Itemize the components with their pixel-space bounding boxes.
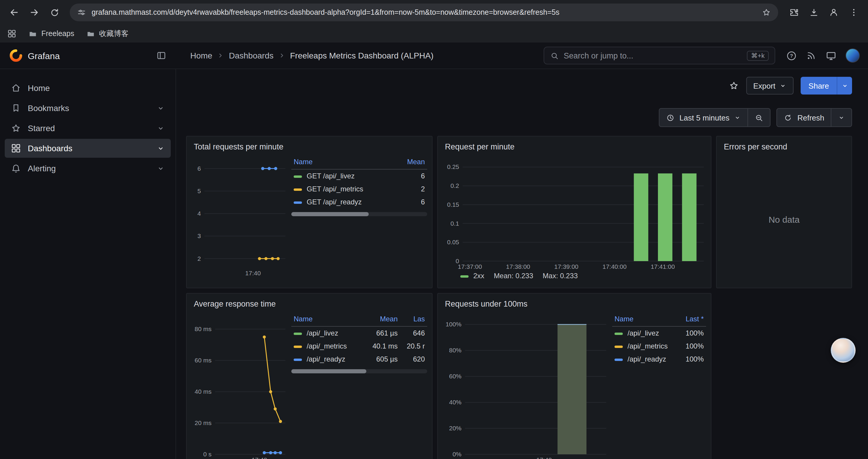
legend-row[interactable]: /api/_livez 661 µs 646 <box>291 326 427 340</box>
legend: Name Mean Las /api/_livez 661 µs <box>288 313 427 459</box>
dashboard-actions: Export Share <box>176 74 868 97</box>
legend-header-mean[interactable]: Mean <box>399 156 427 169</box>
monitor-icon[interactable] <box>826 50 837 61</box>
panel-average-response-time: Average response time 80 ms60 ms40 ms20 … <box>186 293 433 459</box>
breadcrumb-home[interactable]: Home <box>190 51 212 60</box>
chevron-down-icon[interactable] <box>157 164 165 172</box>
legend-header-last[interactable]: Las <box>400 313 427 326</box>
back-button[interactable] <box>5 3 24 22</box>
bookmark-folder-freeleaps[interactable]: Freeleaps <box>28 29 74 38</box>
user-avatar[interactable] <box>845 48 860 63</box>
sidebar-item-bookmarks[interactable]: Bookmarks <box>5 99 171 118</box>
news-rss-icon[interactable] <box>806 50 816 61</box>
series-swatch <box>294 359 302 361</box>
series-name[interactable]: /api/_readyz <box>627 355 666 363</box>
downloads-button[interactable] <box>804 3 823 22</box>
help-icon[interactable]: ? <box>786 50 797 61</box>
scrollbar-thumb[interactable] <box>291 369 366 373</box>
browser-menu-button[interactable] <box>844 3 863 22</box>
apps-grid-icon[interactable] <box>7 29 17 38</box>
bookmark-folder-blogs[interactable]: 收藏博客 <box>86 29 128 39</box>
legend-scrollbar[interactable] <box>291 369 427 373</box>
average-response-time-chart[interactable]: 80 ms60 ms40 ms20 ms0 s17:40 <box>191 313 288 459</box>
sidebar-item-starred[interactable]: Starred <box>5 119 171 138</box>
panel-title[interactable]: Requests under 100ms <box>442 298 706 313</box>
refresh-button[interactable]: Refresh <box>777 108 831 127</box>
share-menu-caret[interactable] <box>837 77 852 95</box>
legend-row[interactable]: /api/_readyz 100% <box>612 353 706 366</box>
extensions-button[interactable] <box>784 3 803 22</box>
series-name[interactable]: /api/_livez <box>627 329 659 337</box>
breadcrumb: Home Dashboards Freeleaps Metrics Dashbo… <box>176 51 433 60</box>
sidebar-item-dashboards[interactable]: Dashboards <box>5 139 171 158</box>
legend-header-name[interactable]: Name <box>291 156 399 169</box>
dock-menu-toggle[interactable] <box>156 50 167 61</box>
chevron-down-icon[interactable] <box>157 124 165 132</box>
panel-title[interactable]: Request per minute <box>442 141 706 156</box>
series-name[interactable]: GET /api/_readyz <box>307 198 362 206</box>
panel-title[interactable]: Total requests per minute <box>191 141 427 156</box>
panel-title[interactable]: Average response time <box>191 298 427 313</box>
url-bar[interactable]: grafana.mathmast.com/d/deytv4rwavabkb/fr… <box>70 4 778 21</box>
series-mean: 2 <box>399 183 427 196</box>
url-text[interactable]: grafana.mathmast.com/d/deytv4rwavabkb/fr… <box>92 8 756 17</box>
share-label[interactable]: Share <box>801 77 837 95</box>
legend-row[interactable]: GET /api/_livez 6 <box>291 169 427 183</box>
time-range-button[interactable]: Last 5 minutes <box>659 108 748 127</box>
series-name[interactable]: 2xx <box>473 272 484 280</box>
sidebar-item-home[interactable]: Home <box>5 78 171 97</box>
scrollbar-thumb[interactable] <box>291 212 369 216</box>
legend-row[interactable]: GET /api/_readyz 6 <box>291 196 427 208</box>
svg-text:80%: 80% <box>449 347 462 354</box>
header-brand-area: Grafana <box>0 49 176 62</box>
bookmarks-bar: Freeleaps 收藏博客 <box>0 25 868 42</box>
requests-under-100ms-chart[interactable]: 100%80%60%40%20%0%17:40 <box>442 313 609 459</box>
bookmark-label: Freeleaps <box>41 30 74 38</box>
series-name[interactable]: GET /api/_livez <box>307 172 354 180</box>
search-box[interactable]: Search or jump to... ⌘+k <box>544 47 775 64</box>
panel-title[interactable]: Errors per second <box>721 141 847 156</box>
legend-row[interactable]: GET /api/_metrics 2 <box>291 183 427 196</box>
legend-row[interactable]: /api/_metrics 100% <box>612 340 706 353</box>
grafana-app: Grafana Home Dashboards Freeleaps Metric… <box>0 42 868 459</box>
dashboard-content: Export Share Last 5 minutes <box>176 69 868 459</box>
floating-assistant-avatar[interactable] <box>831 338 856 363</box>
refresh-interval-caret[interactable] <box>831 108 852 127</box>
svg-text:17:39:00: 17:39:00 <box>554 263 579 270</box>
legend-header-name[interactable]: Name <box>291 313 358 326</box>
legend-header-mean[interactable]: Mean <box>358 313 400 326</box>
series-name[interactable]: /api/_metrics <box>627 342 668 350</box>
chevron-down-icon[interactable] <box>157 144 165 153</box>
legend-row[interactable]: /api/_metrics 40.1 ms 20.5 r <box>291 340 427 353</box>
series-name[interactable]: GET /api/_metrics <box>307 185 363 193</box>
legend-scrollbar[interactable] <box>291 212 427 216</box>
total-requests-chart[interactable]: 6543217:40 <box>191 156 288 277</box>
sidebar-item-alerting[interactable]: Alerting <box>5 159 171 178</box>
bookmark-star-icon[interactable] <box>762 8 771 17</box>
legend-header-last[interactable]: Last * <box>675 313 706 326</box>
series-swatch <box>460 275 469 277</box>
forward-button[interactable] <box>25 3 44 22</box>
share-button[interactable]: Share <box>801 77 852 95</box>
favorite-star-icon[interactable] <box>728 80 739 91</box>
profile-button[interactable] <box>824 3 843 22</box>
request-per-minute-chart[interactable]: 0.250.20.150.10.05017:37:0017:38:0017:39… <box>442 156 706 270</box>
chevron-down-icon[interactable] <box>157 104 165 112</box>
series-name[interactable]: /api/_metrics <box>307 342 347 350</box>
svg-text:4: 4 <box>197 210 201 217</box>
legend-row[interactable]: /api/_readyz 605 µs 620 <box>291 353 427 366</box>
refresh-group: Refresh <box>777 108 852 127</box>
refresh-label: Refresh <box>797 113 824 122</box>
grafana-logo-icon[interactable] <box>9 49 23 62</box>
legend-row[interactable]: /api/_livez 100% <box>612 326 706 340</box>
legend-item-2xx[interactable]: 2xx <box>460 272 484 280</box>
site-settings-icon[interactable] <box>77 8 86 17</box>
export-button[interactable]: Export <box>746 77 794 95</box>
breadcrumb-dashboards[interactable]: Dashboards <box>229 51 274 60</box>
legend-header-name[interactable]: Name <box>612 313 675 326</box>
series-name[interactable]: /api/_livez <box>307 329 338 337</box>
reload-button[interactable] <box>45 3 64 22</box>
zoom-out-button[interactable] <box>748 108 771 127</box>
time-controls: Last 5 minutes Refresh <box>176 108 868 127</box>
series-name[interactable]: /api/_readyz <box>307 355 345 363</box>
